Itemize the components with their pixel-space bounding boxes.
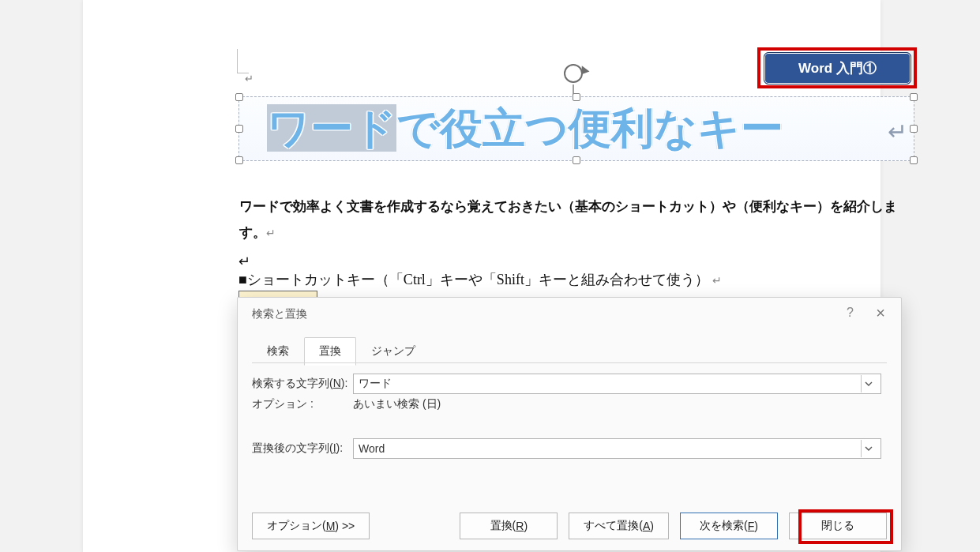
close-icon[interactable]: ×: [876, 304, 885, 322]
paragraph-mark: ↵: [888, 118, 907, 145]
intro-text: ワードで効率よく文書を作成するなら覚えておきたい（基本のショートカット）や（便利…: [239, 199, 897, 240]
viewport: ↵ Word 入門① ワードで役立つ便利なキー ↵ ワードで効率よく文書を作成す…: [0, 0, 980, 552]
dialog-tabs: 検索 置換 ジャンプ: [252, 337, 430, 366]
close-button[interactable]: 閉じる: [789, 513, 887, 539]
intro-paragraph[interactable]: ワードで効率よく文書を作成するなら覚えておきたい（基本のショートカット）や（便利…: [239, 193, 911, 246]
resize-handle[interactable]: [910, 125, 918, 133]
resize-handle[interactable]: [910, 93, 918, 101]
badge-highlight-box: [757, 47, 917, 88]
section-heading-shortcut[interactable]: ■ショートカットキー（「Ctrl」キーや「Shift」キーと組み合わせて使う） …: [238, 270, 910, 289]
tab-search[interactable]: 検索: [252, 337, 304, 366]
replace-button[interactable]: 置換(R): [460, 513, 558, 539]
find-input-value: ワード: [359, 377, 392, 391]
tab-jump[interactable]: ジャンプ: [356, 337, 430, 366]
options-value: あいまい検索 (日): [353, 397, 441, 411]
resize-handle[interactable]: [910, 156, 918, 164]
title-text-selected: ワード: [267, 104, 396, 152]
chevron-down-icon[interactable]: [861, 375, 876, 392]
title-textbox[interactable]: ワードで役立つ便利なキー ↵: [238, 96, 914, 161]
replace-all-button[interactable]: すべて置換(A): [569, 513, 669, 539]
tab-underline: [252, 362, 887, 363]
replace-label: 置換後の文字列(I):: [252, 441, 353, 456]
replace-input-value: Word: [359, 442, 385, 455]
find-input[interactable]: ワード: [353, 374, 881, 394]
help-icon[interactable]: ?: [847, 306, 854, 320]
chevron-down-icon[interactable]: [861, 440, 876, 457]
options-label: オプション :: [252, 397, 353, 411]
find-replace-dialog: 検索と置換 ? × 検索 置換 ジャンプ 検索する文字列(N): ワード オプシ…: [237, 297, 902, 551]
tab-replace[interactable]: 置換: [304, 337, 356, 366]
paragraph-mark: ↵: [712, 275, 722, 287]
replace-row: 置換後の文字列(I): Word: [252, 438, 881, 459]
find-next-button[interactable]: 次を検索(F): [680, 513, 778, 539]
resize-handle[interactable]: [235, 93, 243, 101]
title-text[interactable]: ワードで役立つ便利なキー: [267, 100, 783, 158]
paragraph-mark: ↵: [245, 73, 253, 85]
paragraph-mark: ↵: [266, 227, 276, 239]
dialog-title: 検索と置換: [252, 307, 307, 321]
find-row: 検索する文字列(N): ワード: [252, 374, 881, 394]
find-label: 検索する文字列(N):: [252, 377, 353, 391]
dialog-button-bar: オプション(M) >> 置換(R) すべて置換(A) 次を検索(F) 閉じる: [252, 513, 887, 539]
replace-input[interactable]: Word: [353, 438, 881, 459]
rotate-handle-icon[interactable]: [563, 63, 584, 84]
paragraph-mark: ↵: [238, 253, 250, 270]
title-text-rest: で役立つ便利なキー: [396, 104, 783, 152]
page-corner-mark: [237, 49, 249, 73]
options-button[interactable]: オプション(M) >>: [252, 513, 370, 539]
section-heading-text: ■ショートカットキー（「Ctrl」キーや「Shift」キーと組み合わせて使う）: [238, 272, 709, 287]
resize-handle[interactable]: [235, 156, 243, 164]
resize-handle[interactable]: [235, 125, 243, 133]
options-row: オプション : あいまい検索 (日): [252, 397, 441, 411]
